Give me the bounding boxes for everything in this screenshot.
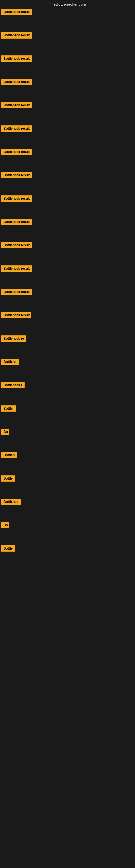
- bottleneck-badge-1: Bottleneck result: [1, 9, 32, 15]
- badge-row-11: Bottleneck result: [0, 228, 135, 252]
- bottleneck-badge-11: Bottleneck result: [1, 242, 32, 248]
- badge-row-3: Bottleneck result: [0, 42, 135, 65]
- badge-row-4: Bottleneck result: [0, 65, 135, 88]
- bottleneck-badge-23: Bo: [1, 522, 9, 528]
- bottleneck-badge-6: Bottleneck result: [1, 125, 32, 132]
- badge-row-21: Bottle: [0, 462, 135, 485]
- bottleneck-badge-7: Bottleneck result: [1, 149, 32, 155]
- bottleneck-badge-5: Bottleneck result: [1, 102, 32, 108]
- bottleneck-badge-24: Bottle: [1, 545, 15, 552]
- badge-row-14: Bottleneck result: [0, 299, 135, 322]
- bottleneck-badge-4: Bottleneck result: [1, 79, 32, 85]
- badge-row-1: Bottleneck result: [0, 8, 135, 19]
- badge-row-6: Bottleneck result: [0, 112, 135, 135]
- bottleneck-badge-8: Bottleneck result: [1, 172, 32, 179]
- site-title: TheBottlenecker.com: [0, 0, 135, 8]
- badge-row-18: Bottler: [0, 392, 135, 415]
- bottleneck-badge-2: Bottleneck result: [1, 32, 32, 38]
- badge-row-7: Bottleneck result: [0, 135, 135, 158]
- badge-row-5: Bottleneck result: [0, 88, 135, 112]
- bottleneck-badge-21: Bottle: [1, 475, 15, 482]
- bottleneck-badge-10: Bottleneck result: [1, 219, 32, 225]
- bottleneck-badge-17: Bottleneck r: [1, 382, 25, 389]
- bottleneck-badge-9: Bottleneck result: [1, 195, 32, 202]
- bottleneck-badge-12: Bottleneck result: [1, 265, 32, 272]
- badge-row-10: Bottleneck result: [0, 205, 135, 228]
- badge-row-9: Bottleneck result: [0, 182, 135, 205]
- bottleneck-badge-20: Bottlen: [1, 452, 17, 458]
- badge-row-20: Bottlen: [0, 438, 135, 462]
- badge-row-23: Bo: [0, 508, 135, 532]
- bottleneck-badge-18: Bottler: [1, 405, 16, 412]
- badge-row-22: Bottlenec: [0, 485, 135, 508]
- bottleneck-badge-14: Bottleneck result: [1, 312, 31, 318]
- bottleneck-badge-16: Bottlene: [1, 359, 19, 365]
- bottleneck-badge-15: Bottleneck re: [1, 335, 27, 342]
- badge-row-13: Bottleneck result: [0, 275, 135, 299]
- badge-row-12: Bottleneck result: [0, 252, 135, 275]
- badge-row-2: Bottleneck result: [0, 19, 135, 42]
- badge-row-17: Bottleneck r: [0, 368, 135, 392]
- bottleneck-badge-13: Bottleneck result: [1, 289, 32, 295]
- badge-row-15: Bottleneck re: [0, 322, 135, 345]
- badge-row-16: Bottlene: [0, 345, 135, 368]
- badge-row-19: Bo: [0, 415, 135, 438]
- bottleneck-badge-22: Bottlenec: [1, 499, 21, 505]
- bottleneck-badge-19: Bo: [1, 429, 9, 435]
- badge-row-8: Bottleneck result: [0, 158, 135, 182]
- badge-row-24: Bottle: [0, 532, 135, 555]
- bottleneck-badge-3: Bottleneck result: [1, 55, 32, 62]
